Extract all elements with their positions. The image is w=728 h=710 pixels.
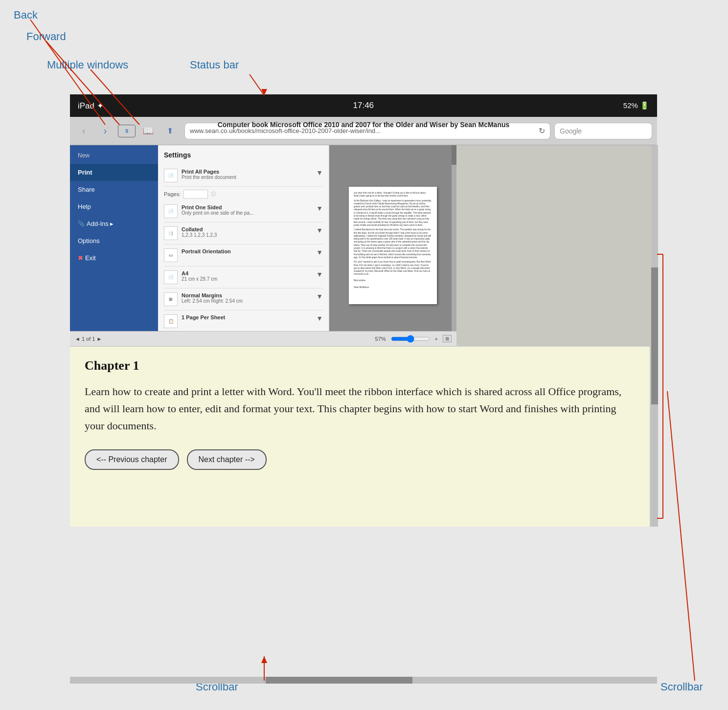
back-annotation: Back bbox=[14, 9, 38, 22]
status-right: 52% 🔋 bbox=[623, 101, 649, 110]
setting-one-sided[interactable]: 📄 Print One Sided Only print on one side… bbox=[164, 200, 323, 222]
setting-main-7: 1 Page Per Sheet bbox=[182, 314, 225, 320]
sidebar-addins[interactable]: 📎 Add-Ins ▸ bbox=[70, 215, 158, 232]
print-settings-panel: Settings 📄 Print All Pages Print the ent… bbox=[158, 145, 329, 346]
prev-chapter-button[interactable]: <-- Previous chapter bbox=[85, 449, 179, 470]
dropdown-3[interactable]: ▼ bbox=[316, 226, 323, 234]
right-scrollbar-thumb[interactable] bbox=[651, 267, 658, 404]
browser-toolbar: ‹ › 9 📖 ⬆ www.sean.co.uk/books/microsoft… bbox=[70, 117, 657, 145]
preview-zoom: 57% bbox=[375, 336, 386, 342]
margins-icon: ⊞ bbox=[164, 292, 178, 306]
chapter-title: Chapter 1 bbox=[85, 358, 635, 373]
share-button[interactable]: ⬆ bbox=[161, 122, 179, 140]
settings-title: Settings bbox=[164, 151, 323, 159]
refresh-button[interactable]: ↻ bbox=[539, 126, 545, 135]
zoom-slider[interactable] bbox=[391, 335, 430, 343]
setting-main-5: A4 bbox=[182, 270, 217, 276]
portrait-icon: ▭ bbox=[164, 248, 178, 262]
setting-main-2: Print One Sided bbox=[182, 204, 253, 210]
preview-page: you hear from me for a while, I thought … bbox=[349, 187, 437, 304]
search-bar[interactable]: Google bbox=[554, 123, 652, 139]
status-time: 17:46 bbox=[353, 101, 374, 111]
setting-sub-6: Left: 2.54 cm Right: 2.54 cm bbox=[182, 298, 243, 304]
setting-portrait[interactable]: ▭ Portrait Orientation ▼ bbox=[164, 244, 323, 266]
right-scrollbar[interactable] bbox=[651, 145, 658, 527]
setting-main-3: Collated bbox=[182, 226, 217, 232]
dropdown-5[interactable]: ▼ bbox=[316, 270, 323, 278]
sidebar-help[interactable]: Help bbox=[70, 198, 158, 215]
dropdown-1[interactable]: ▼ bbox=[316, 169, 323, 177]
chapter-buttons: <-- Previous chapter Next chapter --> bbox=[85, 449, 635, 470]
setting-main-4: Portrait Orientation bbox=[182, 248, 231, 254]
next-chapter-button[interactable]: Next chapter --> bbox=[187, 449, 267, 470]
status-left: iPad ✦ bbox=[78, 101, 104, 111]
forward-button[interactable]: › bbox=[96, 122, 114, 140]
setting-margins[interactable]: ⊞ Normal Margins Left: 2.54 cm Right: 2.… bbox=[164, 288, 323, 311]
ipad-label: iPad ✦ bbox=[78, 101, 104, 111]
sidebar-new[interactable]: New bbox=[70, 145, 158, 164]
sidebar-options[interactable]: Options bbox=[70, 232, 158, 249]
status-bar: iPad ✦ 17:46 52% 🔋 bbox=[70, 94, 657, 117]
word-screenshot: New Print Share Help 📎 Add-Ins ▸ Options… bbox=[70, 145, 456, 346]
sidebar-print[interactable]: Print bbox=[70, 164, 158, 181]
setting-main-1: Print All Pages bbox=[182, 169, 236, 175]
print-bottom-bar: ◄ 1 of 1 ► 57% + ⊞ bbox=[70, 331, 456, 346]
svg-line-7 bbox=[667, 391, 695, 681]
bookmarks-button[interactable]: 📖 bbox=[139, 122, 157, 140]
chapter-section: Chapter 1 Learn how to create and print … bbox=[70, 346, 650, 527]
sidebar-share[interactable]: Share bbox=[70, 181, 158, 198]
bottom-scrollbar[interactable] bbox=[70, 677, 657, 684]
dropdown-6[interactable]: ▼ bbox=[316, 292, 323, 300]
forward-annotation: Forward bbox=[26, 30, 66, 43]
setting-sub-2: Only print on one side of the pa... bbox=[182, 210, 253, 216]
collated-icon: 📑 bbox=[164, 226, 178, 240]
multiple-windows-annotation: Multiple windows bbox=[47, 59, 128, 71]
setting-a4[interactable]: 📄 A4 21 cm x 29.7 cm ▼ bbox=[164, 266, 323, 288]
zoom-in[interactable]: + bbox=[435, 336, 438, 342]
search-placeholder: Google bbox=[560, 127, 582, 135]
back-button[interactable]: ‹ bbox=[75, 122, 92, 140]
setting-pages-per-sheet[interactable]: 📋 1 Page Per Sheet ▼ bbox=[164, 311, 323, 333]
browser-content: New Print Share Help 📎 Add-Ins ▸ Options… bbox=[70, 145, 657, 527]
preview-scrollbar-thumb[interactable] bbox=[452, 145, 456, 165]
setting-collated[interactable]: 📑 Collated 1,2,3 1,2,3 1,2,3 ▼ bbox=[164, 222, 323, 244]
sidebar-exit[interactable]: ✖ Exit bbox=[70, 249, 158, 266]
setting-main-6: Normal Margins bbox=[182, 292, 243, 298]
setting-sub-1: Print the entire document bbox=[182, 175, 236, 180]
scrollbar-right-annotation: Scrollbar bbox=[660, 681, 703, 693]
word-sidebar: New Print Share Help 📎 Add-Ins ▸ Options… bbox=[70, 145, 158, 346]
pages-input[interactable] bbox=[183, 190, 208, 199]
setting-sub-3: 1,2,3 1,2,3 1,2,3 bbox=[182, 232, 217, 238]
url-bar[interactable]: www.sean.co.uk/books/microsoft-office-20… bbox=[184, 123, 550, 139]
print-all-icon: 📄 bbox=[164, 169, 178, 182]
dropdown-4[interactable]: ▼ bbox=[316, 248, 323, 256]
svg-line-3 bbox=[250, 74, 264, 95]
dropdown-7[interactable]: ▼ bbox=[316, 314, 323, 322]
pages-label: Pages: bbox=[164, 191, 181, 197]
dropdown-2[interactable]: ▼ bbox=[316, 204, 323, 212]
preview-scrollbar[interactable] bbox=[452, 145, 456, 346]
svg-marker-6 bbox=[261, 656, 267, 663]
pages-per-sheet-icon: 📋 bbox=[164, 314, 178, 328]
chapter-description: Learn how to create and print a letter w… bbox=[85, 383, 635, 435]
setting-sub-5: 21 cm x 29.7 cm bbox=[182, 276, 217, 282]
a4-icon: 📄 bbox=[164, 270, 178, 284]
preview-nav: ◄ 1 of 1 ► bbox=[75, 336, 102, 342]
print-preview: you hear from me for a while, I thought … bbox=[329, 145, 456, 346]
one-sided-icon: 📄 bbox=[164, 204, 178, 218]
windows-button[interactable]: 9 bbox=[118, 125, 136, 137]
setting-print-all[interactable]: 📄 Print All Pages Print the entire docum… bbox=[164, 165, 323, 187]
url-text: www.sean.co.uk/books/microsoft-office-20… bbox=[190, 127, 536, 134]
zoom-fit[interactable]: ⊞ bbox=[443, 335, 452, 342]
status-bar-annotation: Status bar bbox=[190, 59, 239, 71]
bottom-scrollbar-thumb[interactable] bbox=[266, 677, 412, 684]
